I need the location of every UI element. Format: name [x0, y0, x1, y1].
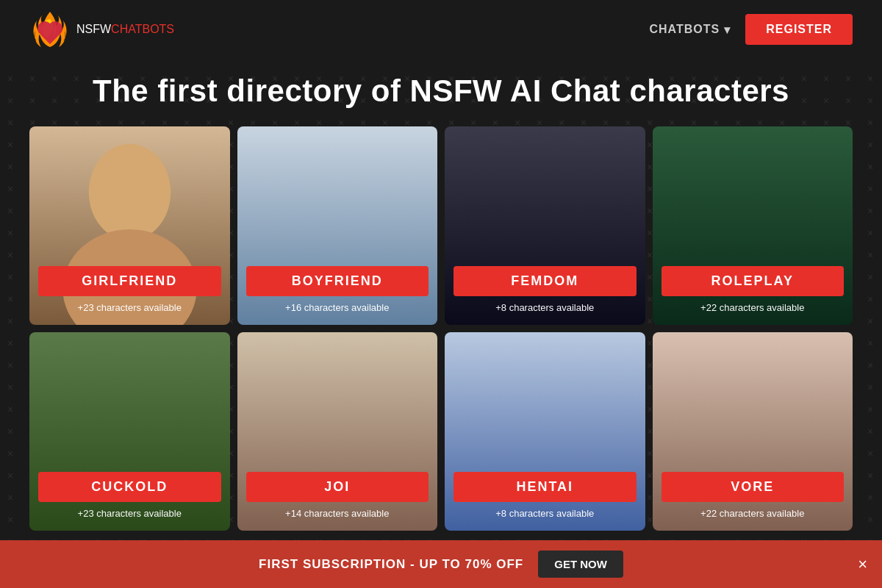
card-sub-joi: +14 characters available [246, 505, 429, 522]
card-label-cuckold: CUCKOLD [38, 472, 221, 502]
hero-title: The first directory of NSFW AI Chat char… [0, 74, 882, 109]
card-hentai[interactable]: HENTAI +8 characters available [445, 332, 645, 531]
card-overlay-cuckold: CUCKOLD +23 characters available [29, 463, 230, 531]
card-label-boyfriend: BOYFRIEND [246, 266, 429, 296]
card-sub-roleplay: +22 characters available [662, 299, 845, 316]
logo-icon [29, 9, 71, 50]
card-sub-girlfriend: +23 characters available [38, 299, 221, 316]
card-overlay-boyfriend: BOYFRIEND +16 characters available [237, 257, 438, 325]
card-label-hentai: HENTAI [453, 472, 637, 502]
card-sub-cuckold: +23 characters available [38, 505, 221, 522]
card-overlay-joi: JOI +14 characters available [237, 463, 438, 531]
cards-grid: GIRLFRIEND +23 characters available BOYF… [0, 121, 882, 537]
logo[interactable]: NSFWCHATBOTS [29, 9, 174, 50]
nav-chatbots-label: CHATBOTS [650, 23, 720, 36]
card-sub-hentai: +8 characters available [453, 505, 637, 522]
close-banner-button[interactable]: × [858, 555, 867, 574]
logo-chatbots-text: CHATBOTS [111, 23, 174, 35]
card-sub-femdom: +8 characters available [453, 299, 637, 316]
card-label-girlfriend: GIRLFRIEND [38, 266, 221, 296]
card-femdom[interactable]: FEMDOM +8 characters available [445, 126, 645, 325]
nav-chatbots-menu[interactable]: CHATBOTS ▾ [650, 23, 731, 37]
card-label-roleplay: ROLEPLAY [662, 266, 845, 296]
card-label-vore: VORE [662, 472, 845, 502]
card-sub-boyfriend: +16 characters available [246, 299, 429, 316]
logo-nsfw-text: NSFW [76, 23, 111, 35]
card-overlay-vore: VORE +22 characters available [653, 463, 853, 531]
card-girlfriend[interactable]: GIRLFRIEND +23 characters available [29, 126, 230, 325]
hero-section: The first directory of NSFW AI Chat char… [0, 59, 882, 121]
navbar: NSFWCHATBOTS CHATBOTS ▾ REGISTER [0, 0, 882, 59]
card-overlay-femdom: FEMDOM +8 characters available [445, 257, 645, 325]
card-label-femdom: FEMDOM [453, 266, 637, 296]
banner-text: FIRST SUBSCRIPTION - UP TO 70% OFF [259, 557, 523, 572]
card-label-joi: JOI [246, 472, 429, 502]
card-cuckold[interactable]: CUCKOLD +23 characters available [29, 332, 230, 531]
card-joi[interactable]: JOI +14 characters available [237, 332, 438, 531]
card-sub-vore: +22 characters available [662, 505, 845, 522]
card-vore[interactable]: VORE +22 characters available [653, 332, 853, 531]
card-roleplay[interactable]: ROLEPLAY +22 characters available [653, 126, 853, 325]
card-overlay-hentai: HENTAI +8 characters available [445, 463, 645, 531]
chevron-down-icon: ▾ [724, 23, 731, 37]
card-boyfriend[interactable]: BOYFRIEND +16 characters available [237, 126, 438, 325]
promo-banner: FIRST SUBSCRIPTION - UP TO 70% OFF GET N… [0, 540, 882, 588]
nav-right: CHATBOTS ▾ REGISTER [650, 14, 853, 45]
register-button[interactable]: REGISTER [745, 14, 853, 45]
card-overlay-roleplay: ROLEPLAY +22 characters available [653, 257, 853, 325]
get-now-button[interactable]: GET NOW [538, 551, 623, 578]
card-overlay-girlfriend: GIRLFRIEND +23 characters available [29, 257, 230, 325]
